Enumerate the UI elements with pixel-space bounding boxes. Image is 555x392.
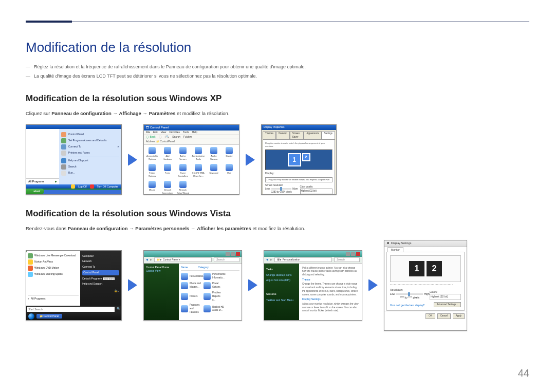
address-bar[interactable]: Address 📁 ControlPanel [144,139,239,145]
close-icon[interactable] [356,252,360,256]
all-programs-label[interactable]: All Programs [28,180,44,184]
advanced-settings-button[interactable]: Advanced Settings... [434,302,461,308]
cp-icon[interactable]: Intel(R) GMA Driver for... [192,164,205,178]
monitor-2-icon[interactable]: 2 [427,261,442,276]
sidebar-classic-view[interactable]: Classic View [146,269,177,273]
cp-icon[interactable]: Network Setup Wizard [177,181,189,195]
menu-favorites[interactable]: Favorites [169,130,180,135]
cp-icon[interactable]: Power Options [203,282,224,289]
nav-back-icon[interactable]: ◀ [146,258,148,262]
cp-icon[interactable]: Printers [181,291,201,302]
breadcrumb[interactable]: 📁 ▸ Control Panel ▸ [154,257,212,263]
monitor-2-icon[interactable]: 2 [302,153,310,161]
cp-icon[interactable]: Problem Reports a... [203,291,224,302]
help-link[interactable]: How do I get the best display? [390,304,424,308]
cp-icon[interactable]: Fonts [161,164,174,178]
display-dropdown[interactable]: 1. Plug and Play Monitor on Mobile Intel… [265,177,332,182]
search-input[interactable]: Search [334,257,360,263]
cp-icon[interactable]: Add Hardware [161,147,174,161]
start-orb-icon[interactable] [28,313,34,320]
start-search-input[interactable] [27,307,115,312]
start-item-control-panel[interactable]: Control Panel [82,270,119,275]
sidebar-home[interactable]: Control Panel Home [146,266,177,270]
start-item[interactable]: Help and Support [61,158,119,163]
menu-edit[interactable]: Edit [153,130,158,135]
cp-icon[interactable]: Network Connections [161,181,174,195]
start-item[interactable]: Windows Live Messenger Download [28,253,79,258]
menu-file[interactable]: File [146,130,150,135]
note-1: ―Réglez la résolution et la fréquence de… [26,64,529,71]
start-item[interactable]: Windows DVD Maker [28,266,79,271]
cp-icon[interactable]: Phone and Modem... [181,282,201,289]
start-item[interactable]: Printers and Faxes [61,151,119,156]
menu-view[interactable]: View [161,130,166,135]
start-item[interactable]: Windows Meeting Space [28,272,79,277]
color-dropdown[interactable]: Highest (32 bit) [300,189,333,194]
start-item[interactable]: Set Program Access and Defaults [61,138,119,143]
menu-help[interactable]: Help [192,130,197,135]
start-item[interactable]: Connect To▸ [61,144,119,150]
colors-dropdown[interactable]: Highest (32 bit) [430,294,461,300]
folders-button[interactable]: Folders [183,135,192,139]
theme-link[interactable]: Theme [302,278,359,282]
start-item[interactable]: Search [61,164,119,170]
start-item-control-panel[interactable]: Control Panel [61,132,119,137]
search-button[interactable]: Search [172,135,180,139]
back-button[interactable]: ◯ Back [146,135,156,139]
start-item-network[interactable]: Network [82,259,119,264]
turn-off-button[interactable]: Turn Off Computer [97,185,118,189]
all-programs-button[interactable]: ▸ All Programs [28,295,79,301]
cp-icon[interactable]: Game Controllers [177,164,189,178]
see-also-taskbar[interactable]: Taskbar and Start Menu [266,298,297,303]
menu-tools[interactable]: Tools [183,130,189,135]
start-item[interactable]: Norton AntiVirus [28,259,79,265]
cancel-button[interactable]: Cancel [437,313,451,319]
cp-icon[interactable]: Folder Options [146,164,158,178]
cp-icon[interactable]: Programs and Features [181,304,201,314]
cp-icon[interactable]: Mail [223,164,235,178]
cp-icon[interactable]: Add or Remov... [177,147,189,161]
breadcrumb[interactable]: 🖥 ▸ Personalization [274,257,332,263]
ok-button[interactable]: OK [425,313,435,319]
start-button[interactable]: start [26,189,44,194]
column-category[interactable]: Category [198,266,208,270]
monitor-arrangement[interactable]: 1 2 [265,150,332,170]
search-input[interactable]: Search [214,257,239,263]
start-item-connect[interactable]: Connect To [82,265,119,269]
taskbar-button[interactable]: 📁 Control Panel [36,314,62,319]
start-item-computer[interactable]: Computer [82,254,119,258]
nav-fwd-icon[interactable]: ▶ [270,258,272,262]
nav-fwd-icon[interactable]: ▶ [150,258,152,262]
cp-icon[interactable]: Personalizati... [181,273,201,280]
tab-desktop[interactable]: Desktop [276,131,290,140]
tab-themes[interactable]: Themes [263,131,276,140]
resolution-slider[interactable] [271,188,292,190]
cp-icon[interactable]: Mouse [146,181,158,195]
start-item-default-programs[interactable]: Default Programs Cust Icons [82,277,119,281]
monitor-1-icon[interactable]: 1 [409,261,424,276]
start-item[interactable]: Run... [61,171,119,176]
monitor-arrangement[interactable]: 1 2 [390,255,461,282]
apply-button[interactable]: Apply [453,313,465,319]
start-item-help[interactable]: Help and Support [82,282,119,286]
column-name[interactable]: Name [181,266,188,270]
monitor-1-icon[interactable]: 1 [288,153,301,166]
cp-icon[interactable]: Realtek HD Audio M... [203,304,224,314]
close-icon[interactable] [236,252,240,256]
task-change-desktop-icons[interactable]: Change desktop icons [266,273,297,277]
tab-screensaver[interactable]: Screen Saver [290,131,304,140]
log-off-button[interactable]: Log Off [78,185,86,189]
cp-icon[interactable]: Administrative Tools [192,147,205,161]
cp-icon[interactable]: Keyboard [208,164,220,178]
task-adjust-font-size[interactable]: Adjust font size (DPI) [266,278,297,283]
cp-icon[interactable]: Display [223,147,235,161]
cp-icon[interactable]: Adobe Gamma [208,147,220,161]
resolution-slider[interactable] [396,293,423,295]
nav-back-icon[interactable]: ◀ [266,258,268,262]
cp-icon[interactable]: Accessibility Options [146,147,158,161]
tab-monitor[interactable]: Monitor [387,247,403,252]
cp-icon[interactable]: Performance Informatio... [203,273,224,280]
tab-settings[interactable]: Settings [322,131,335,140]
tab-appearance[interactable]: Appearance [304,131,321,140]
display-settings-link[interactable]: Display Settings [302,297,359,302]
